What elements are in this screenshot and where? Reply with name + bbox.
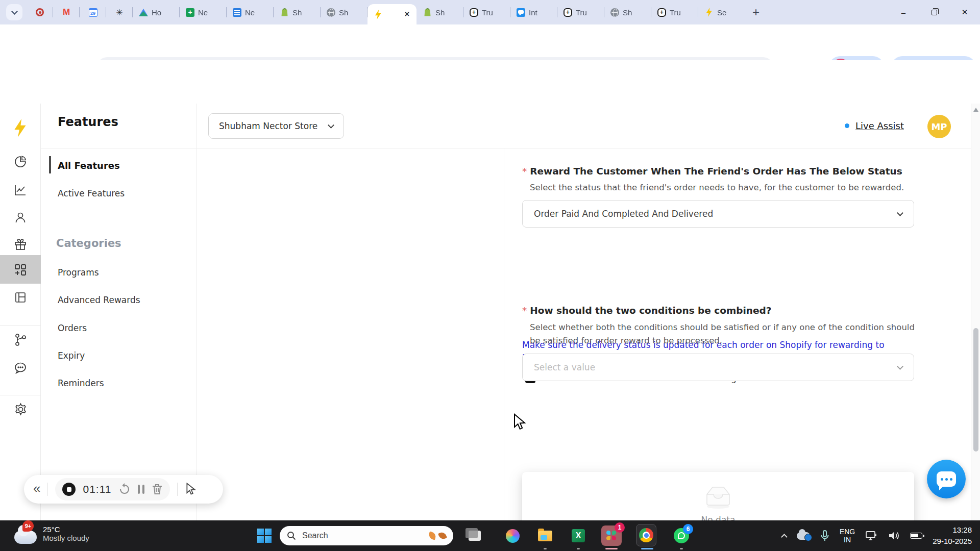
tab-chatgpt[interactable]: ✳ [106,0,133,24]
open-app-dot [680,548,683,549]
tray-expand-button[interactable] [782,533,787,539]
delete-trash-icon[interactable] [152,483,163,495]
cast-display-icon[interactable] [865,530,877,541]
rewards-gift-icon[interactable] [0,238,41,251]
volume-icon[interactable] [888,530,900,541]
store-selector[interactable]: Shubham Nector Store [208,113,344,139]
sidebar-item-reminders[interactable]: Reminders [58,378,104,388]
active-app-bar [605,548,618,549]
tab-close-icon[interactable]: × [405,10,409,19]
nector-app: Features All Features Active Features Ca… [0,104,980,520]
tab-shopify-2[interactable]: Sh [416,0,463,24]
pause-icon[interactable] [138,485,144,494]
shopify-icon [423,8,432,17]
chrome-button[interactable] [636,525,656,546]
open-app-dot [577,548,580,549]
chat-support-icon[interactable] [0,361,41,374]
globe-icon [610,8,619,17]
tab-globe-1[interactable]: Sh [321,0,368,24]
tab-drive[interactable]: Ho [133,0,180,24]
chevron-up-icon [781,534,788,540]
browser-toolbar: ← → merchant.nector.io/action?identifier… [0,24,980,60]
truto-icon: + [564,8,572,17]
page-scrollbar[interactable] [971,104,980,520]
rail-divider [0,395,41,395]
tab-shopify-1[interactable]: Sh [274,0,321,24]
language-indicator[interactable]: ENGIN [840,528,855,544]
restart-icon[interactable] [118,483,131,495]
tab-nector-active[interactable]: × [368,4,416,24]
analytics-chart-icon[interactable] [0,183,41,196]
microphone-icon[interactable] [820,530,829,542]
file-explorer-button[interactable] [535,525,555,546]
sidebar-item-advanced-rewards[interactable]: Advanced Rewards [58,295,140,305]
select-placeholder: Select a value [534,362,595,372]
tab-nector-settings[interactable]: Se [698,0,745,24]
maximize-button[interactable] [919,0,949,24]
sidebar-item-expiry[interactable]: Expiry [58,350,85,361]
clock[interactable]: 13:28 29-10-2025 [933,524,972,547]
excel-icon: X [572,529,585,542]
whatsapp-button[interactable]: 6 [671,525,692,546]
icon-rail [0,104,41,520]
copilot-button[interactable] [502,525,523,546]
tab-truto-3[interactable]: +Tru [651,0,698,24]
notification-badge: 9+ [22,520,34,532]
start-button[interactable] [257,529,272,543]
sidebar-item-orders[interactable]: Orders [58,323,87,333]
tray-date: 29-10-2025 [933,536,972,547]
required-marker: * [522,166,527,177]
tab-truto-1[interactable]: +Tru [463,0,510,24]
features-title: Features [58,115,118,129]
taskbar-search[interactable]: Search [280,526,453,545]
customers-person-icon[interactable] [0,211,41,224]
live-chat-bubble[interactable] [927,460,966,498]
sidebar-item-all-features[interactable]: All Features [58,160,120,171]
settings-gear-icon[interactable] [0,403,41,416]
tab-docs[interactable]: Ne [227,0,274,24]
scroll-up-arrow[interactable] [973,108,978,112]
tab-globe-2[interactable]: Sh [604,0,651,24]
online-dot [845,123,849,128]
tab-intercom[interactable]: Int [510,0,557,24]
tab-recorder[interactable] [27,0,53,24]
close-window-button[interactable]: ✕ [949,0,980,24]
new-tab-button[interactable]: + [752,5,760,19]
onedrive-cloud-icon[interactable] [797,532,810,540]
nector-logo-lightning-icon[interactable] [0,119,41,137]
weather-widget[interactable]: 9+ 25°C Mostly cloudy [14,523,89,544]
system-tray: ENGIN 13:28 29-10-2025 [782,520,972,551]
tab-truto-2[interactable]: +Tru [557,0,604,24]
lightning-icon [706,8,713,17]
required-marker: * [522,305,527,316]
tab-gmail[interactable]: M [53,0,80,24]
task-view-button[interactable] [464,525,485,546]
search-icon [287,531,296,540]
sidebar-item-active-features[interactable]: Active Features [58,188,125,198]
question2-label: *How should the two conditions be combin… [522,305,772,316]
order-status-select[interactable]: Order Paid And Completed And Delivered [522,200,914,228]
windows-taskbar: 9+ 25°C Mostly cloudy Search X 1 6 ENGIN [0,520,980,551]
minimize-button[interactable]: – [888,0,919,24]
chrome-focused-frame [636,524,656,546]
integrations-branch-icon[interactable] [0,333,41,346]
cursor-tool-icon[interactable] [185,483,197,496]
battery-icon[interactable] [910,533,922,539]
excel-button[interactable]: X [568,525,589,546]
tab-calendar[interactable]: 29 [80,0,106,24]
truto-icon: + [470,8,478,17]
widgets-layout-icon[interactable] [0,291,41,304]
live-assist-link[interactable]: Live Assist [845,120,904,131]
scrollbar-thumb[interactable] [973,328,978,452]
slack-button[interactable]: 1 [601,525,622,546]
tab-search-button[interactable] [6,4,22,20]
empty-inbox-icon [702,484,734,510]
apps-grid-icon[interactable] [0,263,41,277]
tab-sheets[interactable]: +Ne [180,0,227,24]
combine-mode-select[interactable]: Select a value [522,354,914,381]
user-avatar[interactable]: MP [927,115,951,138]
stop-record-button[interactable] [62,483,76,496]
dashboard-pie-icon[interactable] [0,155,41,168]
collapse-icon[interactable]: « [33,481,40,496]
sidebar-item-programs[interactable]: Programs [58,267,99,278]
